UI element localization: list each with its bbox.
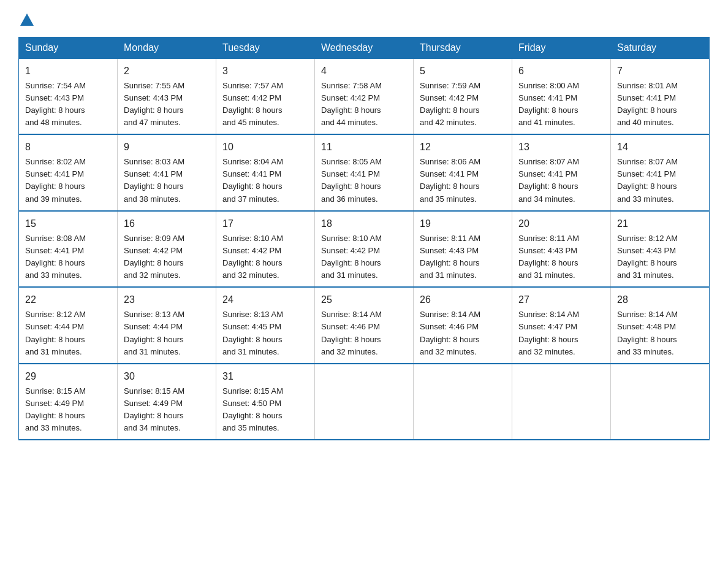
day-number: 31 bbox=[222, 369, 308, 384]
day-number: 26 bbox=[420, 293, 506, 307]
day-info: Sunrise: 7:58 AMSunset: 4:42 PMDaylight:… bbox=[321, 80, 407, 129]
calendar-cell: 11Sunrise: 8:05 AMSunset: 4:41 PMDayligh… bbox=[315, 134, 414, 211]
logo-block bbox=[18, 12, 34, 28]
day-info: Sunrise: 8:01 AMSunset: 4:41 PMDaylight:… bbox=[617, 80, 703, 129]
day-number: 13 bbox=[518, 140, 604, 155]
day-number: 21 bbox=[617, 216, 703, 231]
day-number: 12 bbox=[420, 140, 506, 155]
page-header bbox=[18, 12, 710, 28]
day-number: 9 bbox=[124, 140, 210, 155]
day-number: 2 bbox=[124, 64, 210, 79]
calendar-cell: 18Sunrise: 8:10 AMSunset: 4:42 PMDayligh… bbox=[315, 211, 414, 288]
day-number: 4 bbox=[321, 64, 407, 79]
day-number: 10 bbox=[222, 140, 308, 155]
day-info: Sunrise: 8:10 AMSunset: 4:42 PMDaylight:… bbox=[321, 232, 407, 282]
header-saturday: Saturday bbox=[611, 37, 710, 58]
header-thursday: Thursday bbox=[414, 37, 512, 58]
day-info: Sunrise: 7:57 AMSunset: 4:42 PMDaylight:… bbox=[222, 80, 308, 129]
day-number: 27 bbox=[518, 293, 604, 307]
day-number: 22 bbox=[25, 293, 111, 307]
calendar-cell: 12Sunrise: 8:06 AMSunset: 4:41 PMDayligh… bbox=[414, 134, 512, 211]
calendar-cell: 17Sunrise: 8:10 AMSunset: 4:42 PMDayligh… bbox=[216, 211, 315, 288]
day-info: Sunrise: 8:04 AMSunset: 4:41 PMDaylight:… bbox=[222, 156, 308, 205]
day-number: 14 bbox=[617, 140, 703, 155]
calendar-cell: 23Sunrise: 8:13 AMSunset: 4:44 PMDayligh… bbox=[118, 287, 216, 364]
calendar-cell: 1Sunrise: 7:54 AMSunset: 4:43 PMDaylight… bbox=[19, 58, 118, 134]
day-info: Sunrise: 8:08 AMSunset: 4:41 PMDaylight:… bbox=[25, 232, 111, 282]
calendar-week-row: 15Sunrise: 8:08 AMSunset: 4:41 PMDayligh… bbox=[19, 211, 710, 288]
calendar-cell: 28Sunrise: 8:14 AMSunset: 4:48 PMDayligh… bbox=[611, 287, 710, 364]
day-number: 24 bbox=[222, 293, 308, 307]
day-info: Sunrise: 8:06 AMSunset: 4:41 PMDaylight:… bbox=[420, 156, 506, 205]
day-info: Sunrise: 7:54 AMSunset: 4:43 PMDaylight:… bbox=[25, 80, 111, 129]
calendar-cell: 16Sunrise: 8:09 AMSunset: 4:42 PMDayligh… bbox=[118, 211, 216, 288]
day-info: Sunrise: 8:03 AMSunset: 4:41 PMDaylight:… bbox=[124, 156, 210, 205]
calendar-cell: 27Sunrise: 8:14 AMSunset: 4:47 PMDayligh… bbox=[512, 287, 611, 364]
day-info: Sunrise: 8:02 AMSunset: 4:41 PMDaylight:… bbox=[25, 156, 111, 205]
header-wednesday: Wednesday bbox=[315, 37, 414, 58]
calendar-cell: 7Sunrise: 8:01 AMSunset: 4:41 PMDaylight… bbox=[611, 58, 710, 134]
calendar-cell: 30Sunrise: 8:15 AMSunset: 4:49 PMDayligh… bbox=[118, 364, 216, 440]
logo bbox=[18, 12, 34, 28]
calendar-cell: 5Sunrise: 7:59 AMSunset: 4:42 PMDaylight… bbox=[414, 58, 512, 134]
calendar-cell: 10Sunrise: 8:04 AMSunset: 4:41 PMDayligh… bbox=[216, 134, 315, 211]
day-number: 6 bbox=[518, 64, 604, 79]
day-info: Sunrise: 8:07 AMSunset: 4:41 PMDaylight:… bbox=[617, 156, 703, 205]
day-info: Sunrise: 8:14 AMSunset: 4:46 PMDaylight:… bbox=[321, 308, 407, 358]
calendar-cell: 6Sunrise: 8:00 AMSunset: 4:41 PMDaylight… bbox=[512, 58, 611, 134]
day-number: 25 bbox=[321, 293, 407, 307]
calendar-cell: 3Sunrise: 7:57 AMSunset: 4:42 PMDaylight… bbox=[216, 58, 315, 134]
calendar-cell: 2Sunrise: 7:55 AMSunset: 4:43 PMDaylight… bbox=[118, 58, 216, 134]
calendar-cell bbox=[512, 364, 611, 440]
calendar-cell: 26Sunrise: 8:14 AMSunset: 4:46 PMDayligh… bbox=[414, 287, 512, 364]
day-number: 23 bbox=[124, 293, 210, 307]
day-number: 11 bbox=[321, 140, 407, 155]
calendar-cell: 31Sunrise: 8:15 AMSunset: 4:50 PMDayligh… bbox=[216, 364, 315, 440]
calendar-week-row: 29Sunrise: 8:15 AMSunset: 4:49 PMDayligh… bbox=[19, 364, 710, 440]
calendar-cell: 15Sunrise: 8:08 AMSunset: 4:41 PMDayligh… bbox=[19, 211, 118, 288]
day-info: Sunrise: 8:11 AMSunset: 4:43 PMDaylight:… bbox=[518, 232, 604, 282]
day-info: Sunrise: 7:55 AMSunset: 4:43 PMDaylight:… bbox=[124, 80, 210, 129]
day-info: Sunrise: 8:11 AMSunset: 4:43 PMDaylight:… bbox=[420, 232, 506, 282]
calendar-cell: 8Sunrise: 8:02 AMSunset: 4:41 PMDaylight… bbox=[19, 134, 118, 211]
day-info: Sunrise: 8:10 AMSunset: 4:42 PMDaylight:… bbox=[222, 232, 308, 282]
day-info: Sunrise: 7:59 AMSunset: 4:42 PMDaylight:… bbox=[420, 80, 506, 129]
day-number: 28 bbox=[617, 293, 703, 307]
svg-marker-0 bbox=[20, 13, 34, 26]
calendar-table: SundayMondayTuesdayWednesdayThursdayFrid… bbox=[18, 37, 710, 441]
day-info: Sunrise: 8:13 AMSunset: 4:44 PMDaylight:… bbox=[124, 308, 210, 358]
calendar-cell: 20Sunrise: 8:11 AMSunset: 4:43 PMDayligh… bbox=[512, 211, 611, 288]
day-info: Sunrise: 8:07 AMSunset: 4:41 PMDaylight:… bbox=[518, 156, 604, 205]
day-info: Sunrise: 8:15 AMSunset: 4:50 PMDaylight:… bbox=[222, 385, 308, 435]
calendar-header-row: SundayMondayTuesdayWednesdayThursdayFrid… bbox=[19, 37, 710, 58]
calendar-cell bbox=[611, 364, 710, 440]
logo-triangle-icon bbox=[20, 13, 34, 26]
calendar-cell: 21Sunrise: 8:12 AMSunset: 4:43 PMDayligh… bbox=[611, 211, 710, 288]
day-number: 8 bbox=[25, 140, 111, 155]
header-monday: Monday bbox=[118, 37, 216, 58]
day-info: Sunrise: 8:14 AMSunset: 4:47 PMDaylight:… bbox=[518, 308, 604, 358]
calendar-cell: 19Sunrise: 8:11 AMSunset: 4:43 PMDayligh… bbox=[414, 211, 512, 288]
calendar-cell: 9Sunrise: 8:03 AMSunset: 4:41 PMDaylight… bbox=[118, 134, 216, 211]
day-info: Sunrise: 8:00 AMSunset: 4:41 PMDaylight:… bbox=[518, 80, 604, 129]
day-number: 16 bbox=[124, 216, 210, 231]
day-info: Sunrise: 8:12 AMSunset: 4:43 PMDaylight:… bbox=[617, 232, 703, 282]
day-info: Sunrise: 8:14 AMSunset: 4:48 PMDaylight:… bbox=[617, 308, 703, 358]
day-number: 30 bbox=[124, 369, 210, 384]
day-info: Sunrise: 8:13 AMSunset: 4:45 PMDaylight:… bbox=[222, 308, 308, 358]
header-sunday: Sunday bbox=[19, 37, 118, 58]
calendar-week-row: 8Sunrise: 8:02 AMSunset: 4:41 PMDaylight… bbox=[19, 134, 710, 211]
calendar-cell: 22Sunrise: 8:12 AMSunset: 4:44 PMDayligh… bbox=[19, 287, 118, 364]
day-number: 15 bbox=[25, 216, 111, 231]
calendar-cell: 29Sunrise: 8:15 AMSunset: 4:49 PMDayligh… bbox=[19, 364, 118, 440]
day-number: 19 bbox=[420, 216, 506, 231]
day-number: 7 bbox=[617, 64, 703, 79]
day-number: 1 bbox=[25, 64, 111, 79]
day-number: 29 bbox=[25, 369, 111, 384]
day-number: 3 bbox=[222, 64, 308, 79]
day-info: Sunrise: 8:12 AMSunset: 4:44 PMDaylight:… bbox=[25, 308, 111, 358]
calendar-cell: 25Sunrise: 8:14 AMSunset: 4:46 PMDayligh… bbox=[315, 287, 414, 364]
calendar-cell: 24Sunrise: 8:13 AMSunset: 4:45 PMDayligh… bbox=[216, 287, 315, 364]
header-friday: Friday bbox=[512, 37, 611, 58]
calendar-week-row: 1Sunrise: 7:54 AMSunset: 4:43 PMDaylight… bbox=[19, 58, 710, 134]
